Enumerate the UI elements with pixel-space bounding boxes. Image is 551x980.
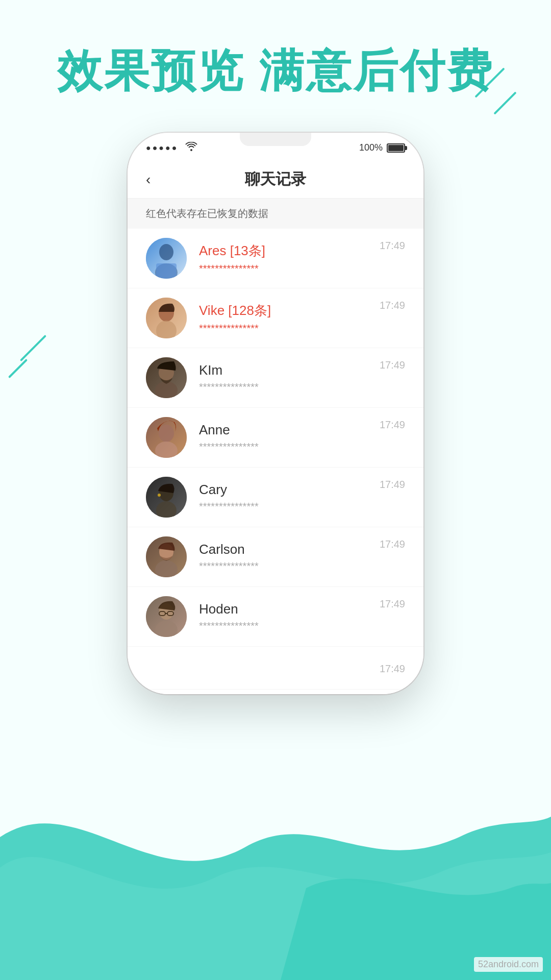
chat-preview-anne: ***************: [199, 441, 373, 453]
chat-name-anne: Anne: [199, 422, 373, 438]
chat-name-klm: KIm: [199, 362, 373, 378]
chat-name-cary: Cary: [199, 482, 373, 498]
chat-name-vike: Vike [128条]: [199, 302, 373, 320]
chat-preview-cary: ***************: [199, 501, 373, 512]
avatar-carlson: [146, 536, 187, 577]
phone-shell: ●●●●● 100% ‹ 聊天记录: [128, 133, 423, 694]
chat-item-vike[interactable]: Vike [128条] *************** 17:49: [128, 288, 423, 348]
chat-item-empty: 17:49: [128, 647, 423, 690]
chat-item-cary[interactable]: Cary *************** 17:49: [128, 468, 423, 527]
chat-info-ares: Ares [13条] ***************: [199, 242, 373, 275]
status-left: ●●●●●: [146, 142, 197, 154]
deco-slash-4: [8, 359, 28, 378]
watermark: 52android.com: [474, 957, 543, 972]
page-header: 效果预览 满意后付费: [0, 41, 551, 102]
avatar-klm: [146, 357, 187, 398]
phone-mockup: ●●●●● 100% ‹ 聊天记录: [128, 133, 423, 694]
chat-name-carlson: Carlson: [199, 542, 373, 557]
chat-info-cary: Cary ***************: [199, 482, 373, 512]
chat-name-ares: Ares [13条]: [199, 242, 373, 260]
signal-dots: ●●●●●: [146, 143, 178, 153]
chat-item-hoden[interactable]: Hoden *************** 17:49: [128, 587, 423, 647]
chat-time-hoden: 17:49: [380, 598, 405, 610]
chat-time-klm: 17:49: [380, 359, 405, 371]
chat-info-klm: KIm ***************: [199, 362, 373, 393]
chat-info-anne: Anne ***************: [199, 422, 373, 453]
avatar-hoden: [146, 596, 187, 637]
chat-time-vike: 17:49: [380, 300, 405, 311]
chat-list: Ares [13条] *************** 17:49: [128, 229, 423, 694]
svg-point-1: [159, 244, 173, 260]
battery-percent: 100%: [359, 142, 383, 153]
chat-time-empty: 17:49: [380, 663, 405, 675]
chat-preview-klm: ***************: [199, 381, 373, 393]
nav-bar: ‹ 聊天记录: [128, 159, 423, 199]
avatar-cary: [146, 477, 187, 518]
chat-info-vike: Vike [128条] ***************: [199, 302, 373, 334]
back-button[interactable]: ‹: [146, 172, 151, 188]
chat-preview-carlson: ***************: [199, 560, 373, 572]
chat-preview-hoden: ***************: [199, 620, 373, 632]
chat-info-hoden: Hoden ***************: [199, 601, 373, 632]
wifi-icon: [185, 142, 197, 154]
svg-point-11: [159, 425, 174, 442]
notice-bar: 红色代表存在已恢复的数据: [128, 199, 423, 229]
chat-time-cary: 17:49: [380, 479, 405, 491]
svg-rect-3: [156, 263, 177, 279]
chat-item-anne[interactable]: Anne *************** 17:49: [128, 408, 423, 468]
chat-info-carlson: Carlson ***************: [199, 542, 373, 572]
deco-slash-3: [20, 335, 46, 361]
avatar-ares: [146, 238, 187, 279]
chat-item-carlson[interactable]: Carlson *************** 17:49: [128, 527, 423, 587]
chat-item-ares[interactable]: Ares [13条] *************** 17:49: [128, 229, 423, 288]
svg-point-15: [158, 494, 161, 497]
phone-notch: [240, 133, 311, 146]
chat-name-hoden: Hoden: [199, 601, 373, 617]
chat-item-klm[interactable]: KIm *************** 17:49: [128, 348, 423, 408]
nav-title: 聊天记录: [245, 169, 306, 190]
chat-preview-vike: ***************: [199, 323, 373, 334]
avatar-vike: [146, 298, 187, 338]
battery-icon: [387, 143, 405, 153]
notice-text: 红色代表存在已恢复的数据: [146, 208, 268, 219]
chat-time-carlson: 17:49: [380, 538, 405, 550]
chat-time-ares: 17:49: [380, 240, 405, 252]
avatar-anne: [146, 417, 187, 458]
chat-preview-ares: ***************: [199, 263, 373, 275]
status-right: 100%: [359, 142, 405, 153]
wave-background: [0, 735, 551, 980]
chat-time-anne: 17:49: [380, 419, 405, 431]
